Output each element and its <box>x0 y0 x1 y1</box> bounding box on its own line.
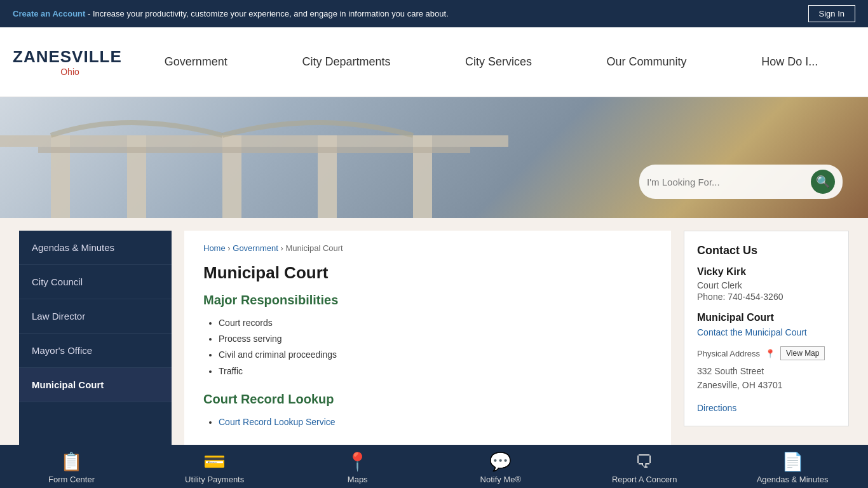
state-name: Ohio <box>13 67 127 77</box>
notify-me-icon: 💬 <box>489 451 512 472</box>
form-center-icon: 📋 <box>60 451 83 472</box>
breadcrumb-current: Municipal Court <box>285 243 342 253</box>
list-item: Civil and criminal proceedings <box>219 347 652 363</box>
footer-report-concern[interactable]: 🗨 Report A Concern <box>612 451 677 484</box>
list-item: Process serving <box>219 331 652 347</box>
search-input[interactable] <box>647 177 811 187</box>
court-lookup-list: Court Record Lookup Service <box>203 414 652 430</box>
address-label: Physical Address <box>697 349 760 358</box>
footer-utility-payments-label: Utility Payments <box>185 475 244 484</box>
sidebar-item-municipal-court[interactable]: Municipal Court <box>19 368 172 402</box>
map-pin-icon: 📍 <box>765 349 775 358</box>
page-title: Municipal Court <box>203 263 652 283</box>
maps-icon: 📍 <box>346 451 369 472</box>
responsibilities-list: Court records Process serving Civil and … <box>203 315 652 379</box>
nav-city-services[interactable]: City Services <box>456 27 541 97</box>
footer-notify-me[interactable]: 💬 Notify Me® <box>469 451 532 484</box>
search-bar: 🔍 <box>639 165 843 199</box>
banner-message: - Increase your productivity, customize … <box>88 9 449 18</box>
nav-government[interactable]: Government <box>155 27 237 97</box>
top-banner: Create an Account - Increase your produc… <box>0 0 868 27</box>
site-header: ZANESVILLE Ohio Government City Departme… <box>0 27 868 97</box>
report-concern-icon: 🗨 <box>635 451 653 472</box>
create-account-link[interactable]: Create an Account <box>13 9 85 18</box>
nav-how-do-i[interactable]: How Do I... <box>752 27 827 97</box>
nav-our-community[interactable]: Our Community <box>597 27 696 97</box>
directions-link[interactable]: Directions <box>697 403 736 413</box>
footer-report-concern-label: Report A Concern <box>612 475 677 484</box>
breadcrumb-home[interactable]: Home <box>203 243 226 253</box>
agendas-minutes-icon: 📄 <box>782 451 804 472</box>
address-header: Physical Address 📍 View Map <box>697 346 836 360</box>
footer-form-center-label: Form Center <box>48 475 95 484</box>
footer-maps[interactable]: 📍 Maps <box>326 451 390 484</box>
search-button[interactable]: 🔍 <box>811 170 835 194</box>
address-block: Physical Address 📍 View Map 332 South St… <box>697 346 836 413</box>
footer-form-center[interactable]: 📋 Form Center <box>40 451 104 484</box>
sidebar-item-agendas[interactable]: Agendas & Minutes <box>19 231 172 265</box>
contact-phone: Phone: 740-454-3260 <box>697 292 836 302</box>
address-line-1: 332 South Street <box>697 364 836 378</box>
breadcrumb-government[interactable]: Government <box>233 243 278 253</box>
footer-bar: 📋 Form Center 💳 Utility Payments 📍 Maps … <box>0 445 868 488</box>
svg-rect-6 <box>38 147 470 153</box>
contact-section-title: Municipal Court <box>697 312 836 323</box>
address-line-2: Zanesville, OH 43701 <box>697 378 836 392</box>
footer-agendas-minutes[interactable]: 📄 Agendas & Minutes <box>757 451 829 484</box>
footer-agendas-minutes-label: Agendas & Minutes <box>757 475 829 484</box>
sidebar-item-mayors-office[interactable]: Mayor's Office <box>19 334 172 368</box>
sidebar-item-city-council[interactable]: City Council <box>19 265 172 299</box>
utility-payments-icon: 💳 <box>203 451 226 472</box>
list-item[interactable]: Court Record Lookup Service <box>219 414 652 430</box>
sign-in-button[interactable]: Sign In <box>808 5 855 22</box>
contact-us-title: Contact Us <box>697 244 836 257</box>
main-navigation: Government City Departments City Service… <box>127 27 855 97</box>
sidebar-item-law-director[interactable]: Law Director <box>19 299 172 334</box>
court-record-link[interactable]: Court Record Lookup Service <box>219 417 336 427</box>
view-map-button[interactable]: View Map <box>780 346 825 360</box>
contact-role: Court Clerk <box>697 280 836 290</box>
breadcrumb: Home › Government › Municipal Court <box>203 243 652 253</box>
nav-city-departments[interactable]: City Departments <box>292 27 400 97</box>
logo[interactable]: ZANESVILLE Ohio <box>13 47 127 77</box>
contact-name: Vicky Kirk <box>697 266 836 278</box>
section-title-court-lookup: Court Record Lookup <box>203 392 652 407</box>
footer-notify-me-label: Notify Me® <box>480 475 521 484</box>
list-item: Court records <box>219 315 652 331</box>
contact-card: Contact Us Vicky Kirk Court Clerk Phone:… <box>684 231 849 426</box>
section-title-responsibilities: Major Responsibilities <box>203 293 652 308</box>
bridge-svg <box>0 97 508 218</box>
contact-municipal-court-link[interactable]: Contact the Municipal Court <box>697 327 807 337</box>
list-item: Traffic <box>219 363 652 379</box>
footer-maps-label: Maps <box>348 475 368 484</box>
footer-utility-payments[interactable]: 💳 Utility Payments <box>183 451 247 484</box>
hero-image: 🔍 <box>0 97 868 218</box>
city-name: ZANESVILLE <box>13 47 127 67</box>
